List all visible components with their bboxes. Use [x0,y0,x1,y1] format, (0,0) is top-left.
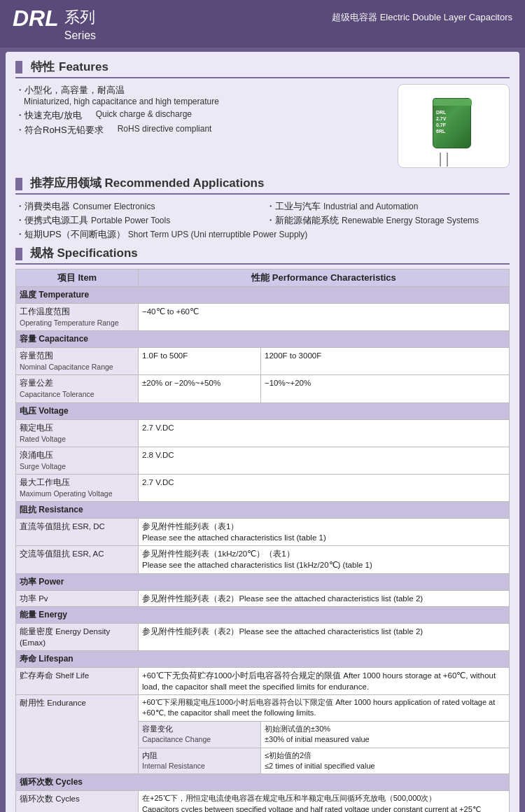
item-rated-voltage: 额定电压 Rated Voltage [16,419,139,447]
item-cap-tolerance: 容量公差 Capacitance Tolerance [16,375,139,402]
section-cycles: 循环次数 Cycles [16,774,510,791]
feature-item-0: ・小型化，高容量，耐高温 Miniaturized, high capacita… [15,84,391,106]
features-title-zh: 特性 [31,59,55,75]
specs-title-zh: 规格 [30,246,54,260]
section-lifespan: 寿命 Lifespan [16,650,510,667]
col-header-item: 项目 Item [16,270,139,287]
app-item-2: ・便携式电源工具 Portable Power Tools [15,214,259,227]
app-2-en: Portable Power Tools [91,216,170,225]
series-en: Series [64,29,96,42]
value-cap-tolerance-1: ±20% or −20%~+50% [139,375,261,402]
applications-grid: ・消費类电器 Consumer Electronics ・工业与汽车 Indus… [15,200,510,241]
value-esr-ac: 参见附件性能列表（1kHz/20℃）（表1）Please see the att… [139,546,510,573]
app-1-zh: ・工业与汽车 [266,200,321,213]
section-indicator [15,61,22,74]
col-header-perf-zh: 性能 [251,272,270,283]
value-cap-tolerance-2: −10%~+20% [261,375,510,402]
col-header-perf-en: Performance Characteristics [272,272,396,283]
value-cap-range-2: 1200F to 3000F [261,348,510,375]
item-shelf-life: 贮存寿命 Shelf Life [16,667,139,694]
item-esr-ac: 交流等值阻抗 ESR, AC [16,546,139,573]
item-esr-dc: 直流等值阻抗 ESR, DC [16,519,139,546]
applications-title: 推荐应用领域 Recommended Applications [15,175,510,195]
value-shelf-life: +60℃下无负荷贮存1000小时后电容器符合规定的限值 After 1000 h… [139,667,510,694]
series-zh: 系列 [64,7,96,28]
section-voltage: 电压 Voltage [16,402,510,419]
col-header-perf: 性能 Performance Characteristics [139,270,510,287]
value-operating-temp: −40℃ to +60℃ [139,304,510,331]
item-operating-temp: 工作温度范围 Operating Temperature Range [16,304,139,331]
section-temperature: 温度 Temperature [16,287,510,304]
app-2-zh: ・便携式电源工具 [15,214,88,227]
value-endurance-resistance: ≤初始值的2倍≤2 times of initial specified val… [261,748,510,774]
section-capacitance: 容量 Capacitance [16,331,510,348]
feature-1-zh: ・快速充电/放电 [15,109,82,122]
applications-title-en: Recommended Applications [104,176,264,190]
item-max-voltage: 最大工作电压 Maximum Operating Voltage [16,474,139,501]
features-title: 特性 Features [15,59,510,78]
header-left: DRL 系列 Series [13,7,96,42]
value-endurance-cap-change: 初始测试值的±30%±30% of initial measured value [261,721,510,748]
value-endurance-intro: +60℃下采用额定电压1000小时后电容器符合以下限定值 After 1000 … [139,694,510,721]
series-block: 系列 Series [64,7,96,42]
item-cap-range: 容量范围 Nominal Capacitance Range [16,348,139,375]
app-item-1: ・工业与汽车 Industrial and Automation [266,200,510,213]
section-indicator-2 [15,178,22,190]
feature-2-zh: ・符合RoHS无铅要求 [15,124,104,136]
features-section: 特性 Features ・小型化，高容量，耐高温 Miniaturized, h… [15,59,510,168]
applications-title-zh: 推荐应用领域 [30,176,102,190]
feature-item-2-row: ・符合RoHS无铅要求 RoHS directive compliant [15,124,391,136]
value-rated-voltage: 2.7 V.DC [139,419,510,447]
value-energy-density: 参见附件性能列表（表2）Please see the attached char… [139,623,510,650]
app-0-zh: ・消費类电器 [15,200,70,213]
header: DRL 系列 Series 超级电容器 Electric Double Laye… [0,0,525,48]
col-header-item-zh: 项目 [57,272,76,283]
feature-item-1-row: ・快速充电/放电 Quick charge & discharge [15,109,391,122]
value-surge-voltage: 2.8 V.DC [139,447,510,474]
section-power: 功率 Power [16,573,510,590]
specs-table: 项目 Item 性能 Performance Characteristics 温… [15,269,510,812]
main-content: 特性 Features ・小型化，高容量，耐高温 Miniaturized, h… [6,52,519,812]
feature-2-en: RoHS directive compliant [118,124,212,136]
app-1-en: Industrial and Automation [323,202,418,211]
feature-1-en: Quick charge & discharge [96,109,192,122]
section-indicator-3 [15,248,22,260]
item-pv: 功率 Pv [16,590,139,606]
item-surge-voltage: 浪涌电压 Surge Voltage [16,447,139,474]
app-item-3: ・新能源储能系统 Renewable Energy Storage System… [266,214,510,227]
app-3-en: Renewable Energy Storage Systems [342,216,479,225]
value-cap-range-1: 1.0F to 500F [139,348,261,375]
header-tagline: 超级电容器 Electric Double Layer Capacitors [332,11,512,24]
feature-0-zh: ・小型化，高容量，耐高温 [15,85,125,95]
value-pv: 参见附件性能列表（表2）Please see the attached char… [139,590,510,606]
specs-title-en: Specifications [57,246,137,260]
app-4-zh: ・短期UPS（不间断电源） [15,228,125,241]
value-cycles-intro: 在+25℃下，用恒定电流使电容器在规定电压和半额定电压间循环充放电（500,00… [139,791,510,812]
section-resistance: 阻抗 Resistance [16,502,510,519]
app-item-0: ・消費类电器 Consumer Electronics [15,200,259,213]
features-text: ・小型化，高容量，耐高温 Miniaturized, high capacita… [15,84,391,168]
app-4-en: Short Term UPS (Uni nterruptible Power S… [128,230,308,239]
item-energy-density: 能量密度 Energy Density (Emax) [16,623,139,650]
capacitor-image: DRL2.7V0.7F6RL [398,84,510,168]
brand-drl: DRL [13,7,59,29]
app-0-en: Consumer Electronics [73,202,155,211]
value-max-voltage: 2.7 V.DC [139,474,510,501]
item-endurance-resistance: 内阻Internal Resistance [139,748,261,774]
app-item-4: ・短期UPS（不间断电源） Short Term UPS (Uni nterru… [15,228,510,241]
features-block: ・小型化，高容量，耐高温 Miniaturized, high capacita… [15,84,510,168]
item-endurance: 耐用性 Endurance [16,694,139,774]
section-energy: 能量 Energy [16,606,510,623]
capacitor-drawing: DRL2.7V0.7F6RL [433,98,475,154]
specs-section: 规格 Specifications 项目 Item 性能 Performance… [15,245,510,812]
item-cycles: 循环次数 Cycles [16,791,139,812]
app-3-zh: ・新能源储能系统 [266,214,339,227]
item-endurance-cap-change: 容量变化Capacitance Change [139,721,261,748]
value-esr-dc: 参见附件性能列表（表1）Please see the attached char… [139,519,510,546]
feature-0-en: Miniaturized, high capacitance and high … [24,97,219,106]
features-title-en: Features [59,60,108,74]
col-header-item-en: Item [78,272,97,283]
applications-section: 推荐应用领域 Recommended Applications ・消費类电器 C… [15,175,510,241]
specs-title: 规格 Specifications [15,245,510,265]
